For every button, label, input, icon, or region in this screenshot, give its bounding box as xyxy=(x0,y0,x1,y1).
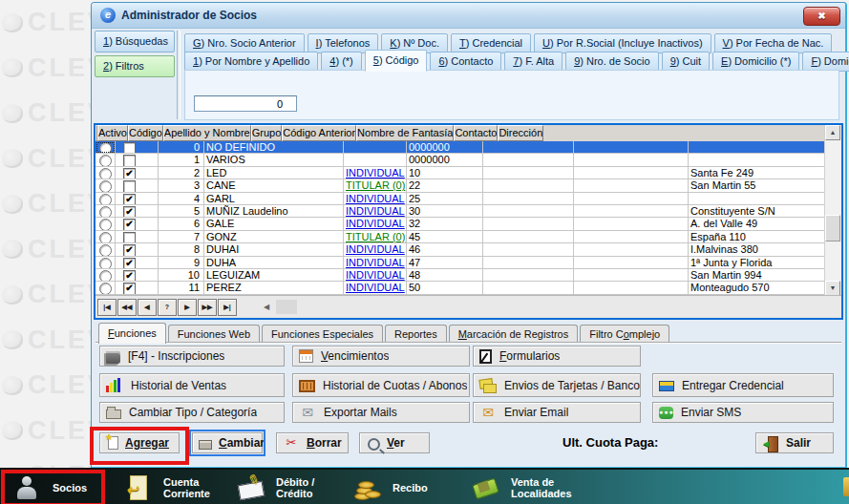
table-row[interactable]: 3 CANE TITULAR (0) 22 San Martin 55 xyxy=(96,179,825,192)
vencimientos-button[interactable]: Vencimientos xyxy=(292,346,470,367)
next-record-button[interactable]: ▶ xyxy=(178,299,197,316)
search-tab[interactable]: F) Domicilio Cob. xyxy=(802,52,849,72)
activo-cell[interactable]: ✔ xyxy=(116,269,159,282)
search-tab[interactable]: T) Credencial xyxy=(451,33,531,53)
table-row[interactable]: ✔ 2 LED INDIVIDUAL 10 Santa Fe 249 xyxy=(96,167,825,179)
codigo-input[interactable] xyxy=(194,95,297,112)
last-record-button[interactable]: ▶| xyxy=(218,299,237,316)
activo-cell[interactable]: ✔ xyxy=(116,282,159,294)
scrollbar-thumb[interactable] xyxy=(825,215,840,242)
search-record-button[interactable]: ? xyxy=(158,299,177,316)
row-selector-radio[interactable] xyxy=(96,269,116,282)
activo-cell[interactable]: ✔ xyxy=(116,205,159,218)
table-row[interactable]: ✔ 8 DUHAI INDIVIDUAL 46 I.Malvinas 380 xyxy=(96,243,825,256)
column-header[interactable]: Activo xyxy=(97,125,128,141)
row-selector-radio[interactable] xyxy=(96,154,116,166)
activo-cell[interactable] xyxy=(116,231,159,243)
activo-checkbox[interactable] xyxy=(123,232,136,243)
row-selector-radio[interactable] xyxy=(96,282,116,294)
column-header[interactable]: Apellido y Nombre xyxy=(163,125,251,141)
search-tab[interactable]: V) Por Fecha de Nac. xyxy=(714,33,833,53)
enviar-sms-button[interactable]: ●●● Enviar SMS xyxy=(652,402,834,423)
search-tab[interactable]: E) Domicilio (*) xyxy=(712,52,799,72)
borrar-button[interactable]: ✂ Borrar xyxy=(276,432,349,453)
column-header[interactable]: Contacto xyxy=(454,125,498,141)
first-record-button[interactable]: |◀ xyxy=(97,299,117,316)
grupo-link[interactable]: INDIVIDUAL xyxy=(346,269,405,281)
search-tab[interactable]: 6) Contacto xyxy=(430,52,501,72)
inscripciones-button[interactable]: [F4] - Inscripciones xyxy=(99,346,285,367)
activo-cell[interactable]: ✔ xyxy=(116,218,159,230)
activo-checkbox[interactable]: ✔ xyxy=(123,244,136,256)
title-bar[interactable]: e Administrador de Socios ✖ xyxy=(92,3,845,29)
ver-button[interactable]: Ver xyxy=(359,432,430,453)
activo-checkbox[interactable]: ✔ xyxy=(123,194,136,205)
cambiar-button[interactable]: Cambiar xyxy=(192,432,263,453)
grupo-link[interactable]: INDIVIDUAL xyxy=(346,193,405,204)
row-selector-radio[interactable] xyxy=(96,231,116,243)
activo-checkbox[interactable]: ✔ xyxy=(123,206,136,218)
activo-cell[interactable]: ✔ xyxy=(116,257,159,269)
grupo-link[interactable]: INDIVIDUAL xyxy=(346,218,405,229)
taskbar-item-venta-localidades[interactable]: Venta de Localidades xyxy=(470,472,580,504)
search-tab[interactable]: 7) F. Alta xyxy=(504,52,562,72)
row-selector-radio[interactable] xyxy=(96,167,116,179)
row-selector-radio[interactable] xyxy=(96,205,116,218)
grupo-link[interactable]: INDIVIDUAL xyxy=(346,243,405,255)
activo-cell[interactable]: ✔ xyxy=(116,167,159,179)
row-selector-radio[interactable] xyxy=(96,179,116,192)
row-selector-radio[interactable] xyxy=(96,243,116,256)
horizontal-scrollbar[interactable]: ◀ xyxy=(242,299,841,315)
prev-page-button[interactable]: ◀◀ xyxy=(117,299,137,316)
table-row[interactable]: 7 GONZ TITULAR (0) 45 España 110 xyxy=(96,231,825,243)
activo-checkbox[interactable] xyxy=(123,180,136,192)
entregar-credencial-button[interactable]: Entregar Credencial xyxy=(652,373,834,397)
activo-checkbox[interactable]: ✔ xyxy=(123,258,136,269)
table-row[interactable]: 1 VARIOS 0000000 xyxy=(96,154,825,166)
table-row[interactable]: ✔ 11 PEREZ INDIVIDUAL 50 Monteagudo 570 xyxy=(96,282,825,294)
row-selector-radio[interactable] xyxy=(96,218,116,230)
table-row[interactable]: ✔ 5 MUÑIZ Laudelino INDIVIDUAL 30 Consti… xyxy=(96,205,825,218)
tab-filtros[interactable]: 2) Filtros xyxy=(95,55,175,77)
close-button[interactable]: ✖ xyxy=(803,7,840,26)
next-page-button[interactable]: ▶▶ xyxy=(198,299,217,316)
search-tab[interactable]: G) Nro. Socio Anterior xyxy=(184,33,305,53)
search-tab[interactable]: 9) Nro. de Socio xyxy=(565,52,659,72)
activo-checkbox[interactable]: ✔ xyxy=(123,168,136,179)
tab-funciones[interactable]: Funciones xyxy=(98,323,166,344)
scroll-down-icon[interactable]: ▼ xyxy=(825,281,840,296)
row-selector-radio[interactable] xyxy=(96,193,116,205)
table-row[interactable]: ✔ 6 GALE INDIVIDUAL 32 A. del Valle 49 xyxy=(96,218,825,230)
tab-marcacion-registros[interactable]: Marcación de Registros xyxy=(449,325,579,344)
historial-cuotas-button[interactable]: Historial de Cuotas / Abonos xyxy=(292,373,470,397)
agregar-button[interactable]: Agregar xyxy=(99,432,180,453)
taskbar-item-socios[interactable]: Socios xyxy=(11,472,100,504)
column-header[interactable]: Dirección xyxy=(498,125,543,141)
grupo-link[interactable]: INDIVIDUAL xyxy=(346,167,405,178)
search-tab[interactable]: 1) Por Nombre y Apellido xyxy=(184,52,318,72)
prev-record-button[interactable]: ◀ xyxy=(138,299,157,316)
taskbar-item-recibo[interactable]: Recibo xyxy=(351,472,445,504)
salir-button[interactable]: Salir xyxy=(755,432,834,453)
activo-checkbox[interactable]: ✔ xyxy=(123,283,136,294)
scroll-up-icon[interactable]: ▲ xyxy=(825,125,840,140)
activo-cell[interactable]: ✔ xyxy=(116,193,159,205)
column-header[interactable]: Grupo xyxy=(251,125,283,141)
cambiar-tipo-button[interactable]: Cambiar Tipo / Categoría xyxy=(99,402,285,423)
search-tab[interactable]: U) Por R.Social (Incluye Inactivos) xyxy=(534,33,711,53)
grupo-link[interactable]: INDIVIDUAL xyxy=(346,205,405,217)
activo-checkbox[interactable]: ✔ xyxy=(123,219,136,230)
column-header[interactable]: Código xyxy=(128,125,163,141)
formularios-button[interactable]: Formularios xyxy=(473,346,641,367)
tab-funciones-web[interactable]: Funciones Web xyxy=(168,325,260,344)
table-row[interactable]: ✔ 4 GARL INDIVIDUAL 25 xyxy=(96,193,825,205)
row-selector-radio[interactable] xyxy=(96,257,116,269)
table-row[interactable]: ✔ 10 LEGUIZAM INDIVIDUAL 48 San Martin 9… xyxy=(96,269,825,282)
activo-cell[interactable] xyxy=(116,141,159,154)
tab-filtro-complejo[interactable]: Filtro Complejo xyxy=(580,325,669,344)
grupo-link[interactable]: TITULAR (0) xyxy=(346,179,405,191)
activo-checkbox[interactable] xyxy=(123,155,136,166)
tab-busquedas[interactable]: 1) Búsquedas xyxy=(95,31,175,52)
grupo-link[interactable]: INDIVIDUAL xyxy=(346,257,405,268)
column-header[interactable]: Código Anterior xyxy=(282,125,356,141)
